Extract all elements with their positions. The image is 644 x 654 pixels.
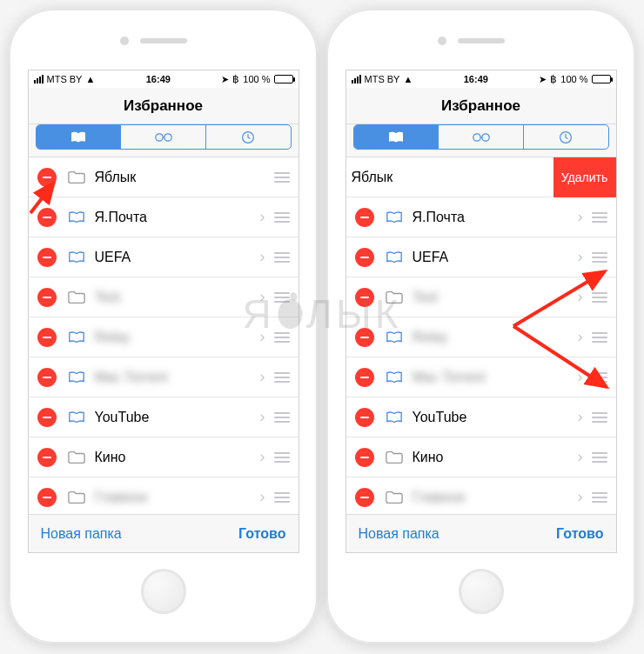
delete-minus-icon[interactable] xyxy=(37,328,57,347)
list-row[interactable]: UEFA› xyxy=(29,237,299,277)
delete-minus-icon[interactable] xyxy=(37,208,57,227)
svg-point-0 xyxy=(155,133,162,140)
delete-minus-icon[interactable] xyxy=(355,368,374,387)
home-button[interactable] xyxy=(459,569,504,614)
drag-handle-icon[interactable] xyxy=(590,332,609,343)
segmented-control[interactable] xyxy=(36,124,292,150)
bookmark-icon xyxy=(67,330,86,345)
new-folder-button[interactable]: Новая папка xyxy=(359,526,439,542)
bluetooth-icon: ฿ xyxy=(232,73,239,85)
folder-icon xyxy=(67,490,86,505)
tab-history[interactable] xyxy=(523,125,608,149)
delete-minus-icon[interactable] xyxy=(355,288,374,307)
tab-history[interactable] xyxy=(205,125,291,149)
delete-minus-icon[interactable] xyxy=(355,448,374,467)
folder-icon xyxy=(67,450,86,465)
list-row[interactable]: YouTube› xyxy=(346,397,616,437)
home-button[interactable] xyxy=(141,569,186,614)
drag-handle-icon[interactable] xyxy=(272,412,292,423)
segmented-control[interactable] xyxy=(353,124,609,150)
list-row[interactable]: UEFA› xyxy=(346,237,616,277)
chevron-right-icon: › xyxy=(260,368,265,386)
list-row[interactable]: Mac Torrent› xyxy=(29,357,299,397)
tab-bookmarks[interactable] xyxy=(354,125,439,149)
row-label: Test xyxy=(95,290,253,305)
delete-minus-icon[interactable] xyxy=(37,248,57,267)
drag-handle-icon[interactable] xyxy=(590,372,609,383)
delete-minus-icon[interactable] xyxy=(37,408,57,427)
list-row[interactable]: Яблык xyxy=(29,157,299,197)
list-row[interactable]: Test› xyxy=(346,277,616,317)
list-row[interactable]: Mac Torrent› xyxy=(346,357,616,397)
new-folder-button[interactable]: Новая папка xyxy=(41,526,122,542)
drag-handle-icon[interactable] xyxy=(272,252,292,263)
battery-icon xyxy=(592,75,611,83)
list-row[interactable]: Relay› xyxy=(346,317,616,357)
row-label: Mac Torrent xyxy=(95,370,253,385)
chevron-right-icon: › xyxy=(578,488,583,506)
wifi-icon: ▲ xyxy=(85,74,95,84)
toolbar: Новая папка Готово xyxy=(346,514,616,552)
tab-bookmarks[interactable] xyxy=(37,125,121,149)
bookmark-icon xyxy=(385,330,404,345)
drag-handle-icon[interactable] xyxy=(272,212,292,223)
done-button[interactable]: Готово xyxy=(238,526,285,542)
phone-left: MTS BY ▲ 16:49 ➤ ฿ 100 % Избранное xyxy=(9,9,318,644)
wifi-icon: ▲ xyxy=(403,74,413,84)
delete-minus-icon[interactable] xyxy=(355,408,374,427)
status-bar: MTS BY ▲ 16:49 ➤ ฿ 100 % xyxy=(346,70,616,88)
list-row[interactable]: Я.Почта› xyxy=(346,197,616,237)
chevron-right-icon: › xyxy=(578,288,583,306)
done-button[interactable]: Готово xyxy=(556,526,603,542)
tab-reading-list[interactable] xyxy=(438,125,523,149)
front-camera xyxy=(120,37,129,45)
chevron-right-icon: › xyxy=(260,448,265,466)
list-row[interactable]: Кино› xyxy=(29,437,299,477)
list-row[interactable]: Главное› xyxy=(29,477,299,514)
drag-handle-icon[interactable] xyxy=(590,292,609,303)
delete-button[interactable]: Удалить xyxy=(553,157,616,197)
drag-handle-icon[interactable] xyxy=(272,492,292,503)
list-row[interactable]: ЯблыкУдалить xyxy=(346,157,616,197)
drag-handle-icon[interactable] xyxy=(590,452,609,463)
delete-minus-icon[interactable] xyxy=(355,488,374,507)
status-bar: MTS BY ▲ 16:49 ➤ ฿ 100 % xyxy=(29,70,299,88)
drag-handle-icon[interactable] xyxy=(590,412,609,423)
bookmark-icon xyxy=(385,410,404,425)
list-row[interactable]: YouTube› xyxy=(29,397,299,437)
chevron-right-icon: › xyxy=(260,208,265,226)
delete-minus-icon[interactable] xyxy=(355,208,374,227)
drag-handle-icon[interactable] xyxy=(272,332,292,343)
clock-icon xyxy=(557,130,574,144)
delete-minus-icon[interactable] xyxy=(37,288,57,307)
glasses-icon xyxy=(155,130,172,144)
row-label: Кино xyxy=(413,450,571,465)
drag-handle-icon[interactable] xyxy=(590,252,609,263)
delete-minus-icon[interactable] xyxy=(37,168,57,187)
drag-handle-icon[interactable] xyxy=(590,492,609,503)
row-label: YouTube xyxy=(413,410,571,425)
row-label: YouTube xyxy=(95,410,253,425)
folder-icon xyxy=(385,290,404,305)
list-row[interactable]: Я.Почта› xyxy=(29,197,299,237)
drag-handle-icon[interactable] xyxy=(272,372,292,383)
signal-icon xyxy=(352,75,361,83)
page-title: Избранное xyxy=(124,97,203,115)
delete-minus-icon[interactable] xyxy=(37,448,57,467)
list-row[interactable]: Test› xyxy=(29,277,299,317)
list-row[interactable]: Кино› xyxy=(346,437,616,477)
list-row[interactable]: Relay› xyxy=(29,317,299,357)
drag-handle-icon[interactable] xyxy=(272,452,292,463)
chevron-right-icon: › xyxy=(578,408,583,426)
drag-handle-icon[interactable] xyxy=(272,172,292,183)
drag-handle-icon[interactable] xyxy=(272,292,292,303)
delete-minus-icon[interactable] xyxy=(355,248,374,267)
drag-handle-icon[interactable] xyxy=(590,212,609,223)
delete-minus-icon[interactable] xyxy=(37,368,57,387)
list-row[interactable]: Главное› xyxy=(346,477,616,514)
signal-icon xyxy=(34,75,44,83)
delete-minus-icon[interactable] xyxy=(37,488,57,507)
folder-icon xyxy=(67,290,86,305)
tab-reading-list[interactable] xyxy=(120,125,205,149)
delete-minus-icon[interactable] xyxy=(355,328,374,347)
